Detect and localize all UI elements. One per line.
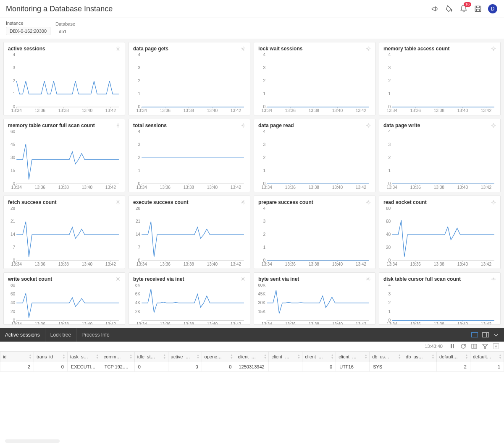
- svg-point-226: [242, 278, 244, 280]
- svg-text:2: 2: [263, 155, 266, 160]
- svg-text:13:36: 13:36: [410, 185, 421, 190]
- svg-text:13:38: 13:38: [184, 262, 194, 266]
- gear-icon[interactable]: [116, 46, 121, 51]
- database-value[interactable]: db1: [55, 28, 75, 35]
- chart-body[interactable]: 15K30K45K60K13:3413:3613:3813:4013:42: [258, 284, 371, 325]
- tab-process-info[interactable]: Process Info: [76, 328, 115, 342]
- svg-text:2: 2: [138, 155, 141, 160]
- chart-body[interactable]: 0123413:3413:3613:3813:4013:42: [383, 53, 496, 114]
- column-header[interactable]: db_us…▲▼: [370, 352, 403, 362]
- svg-point-158: [242, 201, 244, 203]
- gear-icon[interactable]: [366, 200, 371, 205]
- chart-title: execute success count: [133, 199, 188, 205]
- megaphone-icon[interactable]: [431, 5, 439, 13]
- chart-body[interactable]: 02040608013:3413:3613:3813:4013:42: [383, 207, 496, 268]
- save-icon[interactable]: [474, 5, 482, 13]
- chart-body[interactable]: 0123413:3413:3613:3813:4013:42: [258, 207, 371, 268]
- svg-text:13:38: 13:38: [184, 322, 194, 325]
- chart-body[interactable]: 0714212813:3413:3613:3813:4013:42: [8, 207, 121, 268]
- chart-body[interactable]: 0123413:3413:3613:3813:4013:42: [383, 284, 496, 325]
- svg-text:3: 3: [263, 65, 266, 70]
- database-selector[interactable]: Database db1: [55, 21, 75, 35]
- pause-icon[interactable]: [449, 343, 455, 349]
- chart-body[interactable]: 0123413:3413:3613:3813:4013:42: [258, 53, 371, 114]
- column-header[interactable]: comm…▲▼: [101, 352, 134, 362]
- refresh-icon[interactable]: [460, 343, 466, 349]
- gear-icon[interactable]: [116, 277, 121, 282]
- svg-text:15K: 15K: [258, 309, 265, 314]
- avatar[interactable]: D: [488, 4, 497, 13]
- column-header[interactable]: opene…▲▼: [202, 352, 235, 362]
- svg-text:13:40: 13:40: [332, 322, 343, 325]
- column-header[interactable]: client_…▲▼: [235, 352, 269, 362]
- table-cell: 0: [202, 362, 235, 372]
- gear-icon[interactable]: [116, 200, 121, 205]
- tab-lock-tree[interactable]: Lock tree: [45, 328, 76, 342]
- column-header[interactable]: default…▲▼: [436, 352, 470, 362]
- column-header[interactable]: default…▲▼: [470, 352, 504, 362]
- column-header[interactable]: active_…▲▼: [168, 352, 202, 362]
- svg-text:60: 60: [10, 292, 16, 296]
- view-full-icon[interactable]: [471, 332, 478, 337]
- chart-body[interactable]: 0123413:3413:3613:3813:4013:42: [8, 53, 121, 114]
- column-header[interactable]: idle_st…▲▼: [134, 352, 168, 362]
- chart-body[interactable]: 02040608013:3413:3613:3813:4013:42: [8, 284, 121, 325]
- paint-bucket-icon[interactable]: [445, 5, 454, 13]
- svg-text:3: 3: [388, 142, 391, 147]
- gear-icon[interactable]: [366, 123, 371, 128]
- svg-text:13:36: 13:36: [35, 108, 46, 113]
- column-header[interactable]: client_…▲▼: [302, 352, 336, 362]
- chart-body[interactable]: 0123413:3413:3613:3813:4013:42: [258, 130, 371, 191]
- svg-text:13:36: 13:36: [285, 185, 296, 190]
- chevron-down-icon[interactable]: [493, 332, 499, 338]
- svg-rect-1: [477, 9, 480, 11]
- chart-title: read socket count: [383, 199, 427, 205]
- chart-body[interactable]: 0123413:3413:3613:3813:4013:42: [133, 130, 246, 191]
- table-row[interactable]: 20EXECUTINGTCP 192.1…00012503139420UTF16…: [0, 362, 504, 372]
- chart-body[interactable]: 0123413:3413:3613:3813:4013:42: [133, 53, 246, 114]
- svg-text:13:38: 13:38: [58, 108, 69, 113]
- columns-icon[interactable]: [471, 343, 477, 349]
- chart-body[interactable]: 0123413:3413:3613:3813:4013:42: [383, 130, 496, 191]
- chart-body[interactable]: 2K4K6K8K13:3413:3613:3813:4013:42: [133, 284, 246, 325]
- gear-icon[interactable]: [241, 123, 246, 128]
- gear-icon[interactable]: [491, 123, 496, 128]
- svg-text:13:40: 13:40: [82, 108, 93, 113]
- column-header[interactable]: trans_id▲▼: [34, 352, 67, 362]
- column-header[interactable]: client_…▲▼: [269, 352, 302, 362]
- table-wrap[interactable]: id▲▼trans_id▲▼task_s…▲▼comm…▲▼idle_st…▲▼…: [0, 351, 504, 435]
- svg-text:1: 1: [138, 168, 141, 173]
- column-header[interactable]: id▲▼: [0, 352, 34, 362]
- column-header[interactable]: db_us…▲▼: [403, 352, 437, 362]
- svg-text:13:34: 13:34: [11, 185, 22, 190]
- gear-icon[interactable]: [491, 277, 496, 282]
- chart-title: memory table access count: [383, 46, 449, 52]
- horizontal-scrollbar[interactable]: [5, 439, 60, 443]
- bell-icon[interactable]: 16: [459, 5, 468, 13]
- instance-selector[interactable]: Instance DBX-0-162:20300: [6, 21, 50, 35]
- chart-title: write socket count: [8, 276, 52, 282]
- chart-card: total sessions0123413:3413:3613:3813:401…: [129, 119, 250, 192]
- gear-icon[interactable]: [366, 277, 371, 282]
- svg-text:2: 2: [263, 78, 266, 83]
- gear-icon[interactable]: [241, 277, 246, 282]
- chart-body[interactable]: 0714212813:3413:3613:3813:4013:42: [133, 207, 246, 268]
- gear-icon[interactable]: [241, 46, 246, 51]
- gear-icon[interactable]: [491, 200, 496, 205]
- tab-active-sessions[interactable]: Active sessions: [5, 328, 45, 342]
- chart-title: data page read: [258, 123, 294, 128]
- gear-icon[interactable]: [366, 46, 371, 51]
- svg-text:13:34: 13:34: [136, 185, 147, 190]
- gear-icon[interactable]: [491, 46, 496, 51]
- column-header[interactable]: client_…▲▼: [336, 352, 370, 362]
- gear-icon[interactable]: [241, 200, 246, 205]
- svg-text:13:42: 13:42: [481, 322, 492, 325]
- download-icon[interactable]: [493, 343, 499, 349]
- chart-card: byte received via inet2K4K6K8K13:3413:36…: [129, 272, 250, 325]
- view-split-icon[interactable]: [482, 332, 489, 337]
- gear-icon[interactable]: [116, 123, 121, 128]
- column-header[interactable]: task_s…▲▼: [67, 352, 101, 362]
- chart-body[interactable]: 01530456013:3413:3613:3813:4013:42: [8, 130, 121, 191]
- instance-value[interactable]: DBX-0-162:20300: [6, 27, 50, 35]
- filter-icon[interactable]: [482, 343, 488, 349]
